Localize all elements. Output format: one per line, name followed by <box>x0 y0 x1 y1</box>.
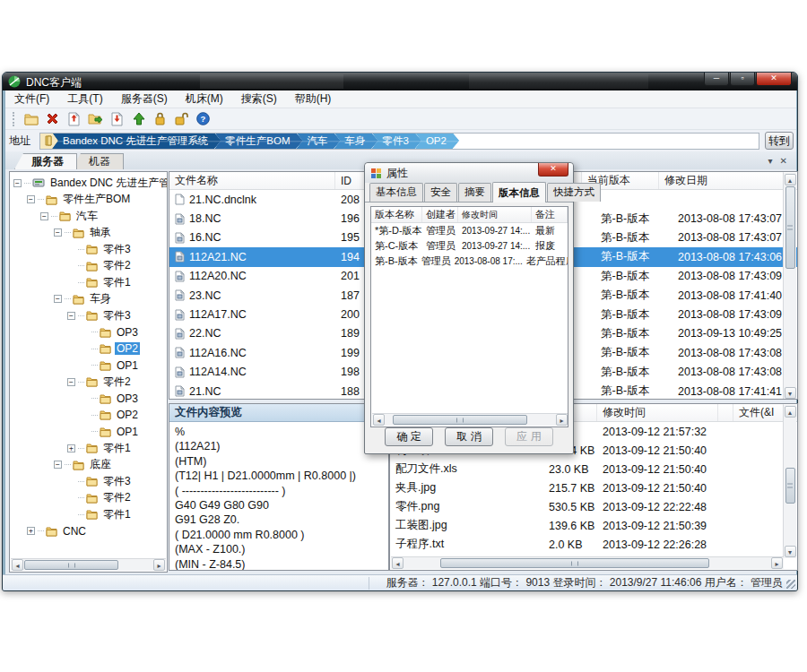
attachment-hscrollbar[interactable]: ◂ ▸ <box>391 556 784 569</box>
tree-expander-icon[interactable]: + <box>67 444 75 452</box>
tree-expander-icon[interactable]: − <box>67 312 75 320</box>
scroll-up-arrow[interactable]: ▴ <box>785 406 796 418</box>
tree-expander-icon[interactable]: − <box>40 212 48 220</box>
version-row[interactable]: 第-B-版本管理员2013-08-08 17:...老产品程序 <box>371 254 568 269</box>
tree-expander-icon[interactable]: + <box>27 527 35 535</box>
delete-icon[interactable] <box>45 111 60 126</box>
dialog-tab-版本信息[interactable]: 版本信息 <box>492 182 546 202</box>
breadcrumb-segment[interactable]: 车身 <box>334 133 378 150</box>
unlock-icon[interactable] <box>174 111 189 126</box>
attachment-row[interactable]: 夹具.jpg215.7 KB2013-09-12 21:50:40 <box>390 478 797 497</box>
scroll-right-arrow[interactable]: ▸ <box>153 559 165 571</box>
scroll-right-arrow[interactable]: ▸ <box>771 557 783 569</box>
help-icon[interactable]: ? <box>195 111 211 126</box>
breadcrumb-segment[interactable]: 零件生产BOM <box>214 133 302 150</box>
tree-item[interactable]: +CNC <box>10 523 167 540</box>
tree-item[interactable]: 零件3 <box>10 473 167 490</box>
maximize-button[interactable]: ▫ <box>730 73 755 86</box>
tree-item[interactable]: OP2 <box>10 407 167 424</box>
column-header-date[interactable]: 修改日期 <box>659 172 784 189</box>
scroll-up-arrow[interactable]: ▴ <box>785 174 796 185</box>
version-row[interactable]: 第-C-版本管理员2013-09-27 14:...报废 <box>371 238 568 254</box>
column-header-version-name[interactable]: 版本名称 <box>371 207 422 222</box>
tree-expander-icon[interactable]: − <box>54 295 62 303</box>
close-button[interactable]: ✕ <box>756 73 792 86</box>
tree-expander-icon[interactable]: − <box>13 179 22 187</box>
import-folder-icon[interactable] <box>88 111 103 126</box>
menu-item-文件(F)[interactable]: 文件(F) <box>5 90 58 108</box>
scroll-thumb[interactable] <box>785 468 795 504</box>
column-header-file[interactable]: 文件(&I <box>733 404 784 421</box>
cancel-button[interactable]: 取 消 <box>445 427 493 446</box>
scroll-thumb[interactable] <box>393 415 527 425</box>
dialog-tab-安全[interactable]: 安全 <box>424 183 457 202</box>
tree-expander-icon[interactable]: − <box>54 461 62 469</box>
breadcrumb-segment[interactable]: OP2 <box>415 133 459 150</box>
attachment-row[interactable]: 子程序.txt2.0 KB2013-09-12 22:26:28 <box>390 535 797 554</box>
scroll-thumb[interactable] <box>24 560 118 570</box>
lock-icon[interactable] <box>152 111 168 126</box>
tree-item[interactable]: OP2 <box>10 340 167 358</box>
tab-list-caret-icon[interactable]: ▾ <box>768 156 773 166</box>
attachment-vscrollbar[interactable]: ▴ ▾ <box>783 405 796 558</box>
scroll-right-arrow[interactable]: ▸ <box>556 414 568 426</box>
tab-close-icon[interactable]: ✕ <box>780 156 787 166</box>
view-tab-机器[interactable]: 机器 <box>72 153 124 169</box>
tree-item[interactable]: −零件2 <box>10 374 167 391</box>
breadcrumb-segment[interactable]: Bandex DNC 先进生产管理系统 <box>52 133 221 150</box>
scroll-down-arrow[interactable]: ▾ <box>785 387 796 399</box>
menu-item-机床(M)[interactable]: 机床(M) <box>177 90 232 108</box>
dialog-title-bar[interactable]: 属性 ✕ <box>365 163 573 183</box>
dialog-tab-基本信息[interactable]: 基本信息 <box>369 183 423 202</box>
attachment-row[interactable]: 工装图.jpg139.6 KB2013-09-12 21:50:39 <box>390 516 797 535</box>
menu-item-搜索(S)[interactable]: 搜索(S) <box>232 90 286 108</box>
dialog-close-button[interactable]: ✕ <box>538 163 568 177</box>
scroll-left-arrow[interactable]: ◂ <box>392 557 404 569</box>
column-header-name[interactable]: 文件名称 <box>169 172 335 189</box>
scroll-left-arrow[interactable]: ◂ <box>373 414 385 426</box>
tree-item[interactable]: −轴承 <box>10 225 167 242</box>
scroll-thumb[interactable] <box>785 186 795 269</box>
checkout-file-icon[interactable] <box>109 111 125 126</box>
tree-item[interactable]: 零件3 <box>10 241 167 258</box>
scroll-thumb[interactable] <box>440 558 709 568</box>
column-header-time[interactable]: 修改时间 <box>597 404 718 421</box>
minimize-button[interactable]: ─ <box>704 73 729 86</box>
file-list-vscrollbar[interactable]: ▴ ▾ <box>783 173 796 400</box>
column-header-creator[interactable]: 创建者 <box>422 207 458 222</box>
breadcrumb-segment[interactable]: 零件3 <box>372 133 421 150</box>
tree-item[interactable]: OP1 <box>10 424 167 441</box>
tree-hscrollbar[interactable]: ◂ ▸ <box>11 558 166 571</box>
tree-item[interactable]: 零件1 <box>10 506 167 523</box>
menu-item-帮助(H)[interactable]: 帮助(H) <box>286 90 341 108</box>
tree-item[interactable]: OP3 <box>10 391 167 408</box>
menu-item-服务器(S)[interactable]: 服务器(S) <box>112 90 177 108</box>
resize-grip[interactable] <box>786 580 795 589</box>
tree-item[interactable]: OP3 <box>10 324 167 341</box>
column-header-note[interactable]: 备注 <box>532 207 568 222</box>
breadcrumb-segment[interactable]: 汽车 <box>297 133 341 150</box>
upload-icon[interactable] <box>131 111 146 126</box>
tree-item[interactable]: −零件生产BOM <box>10 192 167 209</box>
dialog-tab-快捷方式[interactable]: 快捷方式 <box>547 183 601 202</box>
checkin-file-icon[interactable] <box>66 111 82 126</box>
menu-item-工具(T)[interactable]: 工具(T) <box>58 90 111 108</box>
tree-expander-icon[interactable]: − <box>54 228 62 237</box>
go-button[interactable]: 转到 <box>765 132 794 150</box>
column-header-modified[interactable]: 修改时间 <box>458 207 532 222</box>
scroll-down-arrow[interactable]: ▾ <box>785 546 796 557</box>
attachment-row[interactable]: 零件.png530.5 KB2013-09-12 22:22:48 <box>390 497 797 516</box>
tree-expander-icon[interactable]: − <box>67 378 75 386</box>
scroll-left-arrow[interactable]: ◂ <box>12 559 23 571</box>
tree-item[interactable]: OP1 <box>10 358 167 375</box>
tree-item[interactable]: −零件3 <box>10 307 167 324</box>
tree-item[interactable]: −车身 <box>10 291 167 308</box>
version-list-hscrollbar[interactable]: ◂ ▸ <box>372 413 568 426</box>
tree-item[interactable]: −底座 <box>10 457 167 474</box>
new-folder-icon[interactable] <box>23 111 39 126</box>
ok-button[interactable]: 确 定 <box>385 427 433 446</box>
version-row[interactable]: *第-D-版本管理员2013-09-27 14:...最新 <box>371 223 568 238</box>
tree-item[interactable]: 零件2 <box>10 258 167 275</box>
view-tab-服务器[interactable]: 服务器 <box>14 153 77 169</box>
tree-item[interactable]: 零件1 <box>10 274 167 291</box>
